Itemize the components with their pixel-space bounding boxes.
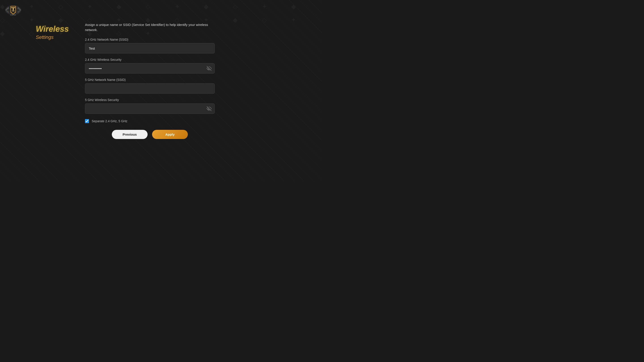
form-group-5ghz-security: 5 GHz Wireless Security <box>85 98 215 114</box>
logo-container: TUF GAMING <box>3 3 23 16</box>
toggle-visibility-24ghz[interactable] <box>206 66 212 71</box>
checkbox-group-separate: Separate 2.4 GHz, 5 GHz <box>85 119 215 123</box>
input-24ghz-security[interactable] <box>85 63 215 73</box>
svg-rect-2 <box>13 7 14 10</box>
svg-text:GAMING: GAMING <box>10 14 16 16</box>
label-24ghz-security: 2.4 GHz Wireless Security <box>85 58 215 61</box>
title-section: Wireless Settings <box>36 24 72 40</box>
main-content: Wireless Settings Assign a unique name o… <box>36 22 286 139</box>
checkbox-separate-bands[interactable] <box>85 119 89 123</box>
label-5ghz-ssid: 5 GHz Network Name (SSID) <box>85 78 215 81</box>
tuf-gaming-logo: TUF GAMING <box>4 4 22 16</box>
form-section: Assign a unique name or SSID (Service Se… <box>85 22 215 139</box>
previous-button[interactable]: Previous <box>112 130 148 139</box>
apply-button[interactable]: Apply <box>152 130 188 139</box>
button-row: Previous Apply <box>85 130 215 139</box>
input-5ghz-ssid[interactable] <box>85 83 215 94</box>
input-wrapper-24ghz-security <box>85 63 215 73</box>
eye-slash-icon-24ghz <box>206 66 212 71</box>
checkbox-separate-label[interactable]: Separate 2.4 GHz, 5 GHz <box>92 119 128 123</box>
form-group-24ghz-ssid: 2.4 GHz Network Name (SSID) <box>85 38 215 53</box>
page-description: Assign a unique name or SSID (Service Se… <box>85 22 215 32</box>
input-24ghz-ssid[interactable] <box>85 43 215 53</box>
page-title-settings: Settings <box>36 34 72 40</box>
svg-text:TUF: TUF <box>12 10 15 12</box>
input-wrapper-5ghz-security <box>85 103 215 114</box>
form-group-5ghz-ssid: 5 GHz Network Name (SSID) <box>85 78 215 94</box>
toggle-visibility-5ghz[interactable] <box>206 106 212 111</box>
input-5ghz-security[interactable] <box>85 103 215 114</box>
form-group-24ghz-security: 2.4 GHz Wireless Security <box>85 58 215 73</box>
eye-slash-icon-5ghz <box>206 106 212 111</box>
label-24ghz-ssid: 2.4 GHz Network Name (SSID) <box>85 38 215 41</box>
page-title-wireless: Wireless <box>36 24 72 33</box>
label-5ghz-security: 5 GHz Wireless Security <box>85 98 215 102</box>
